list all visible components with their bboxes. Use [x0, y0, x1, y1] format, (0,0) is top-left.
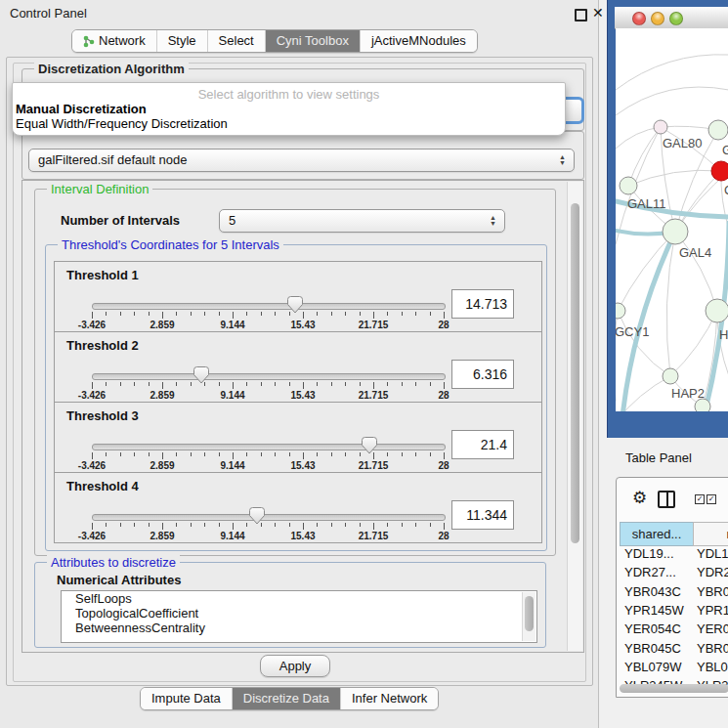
tab-infer-network[interactable]: Infer Network [340, 688, 438, 709]
network-window-titlebar[interactable] [615, 7, 728, 29]
threshold-slider-track[interactable] [92, 303, 446, 310]
num-intervals-value: 5 [229, 213, 236, 228]
network-edge[interactable] [616, 127, 661, 149]
table-cell[interactable]: YBL079W [624, 660, 682, 674]
tick-label: 28 [438, 320, 449, 330]
table-cell[interactable]: YDR2 [697, 565, 728, 579]
settings-scrollbar-thumb[interactable] [571, 203, 579, 543]
tab-label: jActiveMNodules [371, 30, 466, 52]
tab-discretize-data[interactable]: Discretize Data [232, 688, 340, 709]
column-header-name[interactable]: n [693, 522, 728, 546]
threshold-slider-track[interactable] [92, 514, 446, 521]
settings-vertical-scrollbar[interactable] [567, 182, 582, 651]
network-icon [83, 35, 95, 48]
threshold-value-field[interactable]: 14.713 [451, 289, 514, 319]
tab-impute-data[interactable]: Impute Data [141, 688, 232, 709]
algorithm-popup-item[interactable]: Manual Discretization [16, 102, 147, 116]
tab-style[interactable]: Style [156, 30, 207, 52]
split-columns-icon[interactable] [658, 491, 675, 508]
table-cell[interactable]: YBR0 [697, 584, 728, 599]
threshold-label: Threshold 1 [66, 268, 139, 282]
tab-label: Style [168, 30, 196, 52]
table-cell[interactable]: YPR1 [697, 603, 728, 618]
threshold-slider-thumb[interactable] [287, 296, 303, 314]
tick-mark [360, 312, 361, 316]
tick-mark [430, 523, 431, 527]
table-cell[interactable]: YIL052C [624, 697, 674, 698]
attributes-listbox[interactable]: SelfLoopsTopologicalCoefficientBetweenne… [61, 590, 537, 643]
float-window-icon[interactable] [575, 9, 587, 21]
tick-label: 2.859 [150, 531, 174, 541]
tab-select[interactable]: Select [207, 30, 265, 52]
num-intervals-combobox[interactable]: 5 ▲▼ [219, 209, 505, 233]
table-horizontal-scrollbar[interactable] [620, 684, 728, 693]
threshold-slider-track[interactable] [92, 373, 446, 380]
tick-mark [275, 523, 276, 527]
tick-mark [402, 523, 403, 527]
table-cell[interactable]: YDL19... [624, 546, 674, 561]
threshold-value-field[interactable]: 11.344 [451, 500, 514, 530]
table-data-combobox[interactable]: galFiltered.sif default node ▲▼ [28, 149, 575, 172]
tick-mark [219, 312, 220, 316]
attributes-list-scrollbar[interactable] [522, 592, 535, 641]
table-cell[interactable]: YER0 [697, 621, 728, 636]
column-header-shared[interactable]: shared... [620, 522, 694, 546]
network-canvas[interactable]: GAL80GACGAL11GAL4GCY1HHAP2 [616, 28, 728, 411]
zoom-traffic-light[interactable] [669, 12, 683, 25]
network-node-ga[interactable] [708, 120, 728, 140]
threshold-slider-thumb[interactable] [193, 366, 209, 384]
network-node-hap2[interactable] [663, 368, 678, 384]
slider-tick-labels: -3.4262.8599.14415.4321.71528 [92, 460, 444, 470]
table-cell[interactable]: YER054C [624, 621, 681, 636]
table-cell[interactable]: YBL0 [697, 660, 728, 674]
tick-mark [387, 452, 388, 456]
attribute-list-item[interactable]: TopologicalCoefficient [62, 606, 536, 621]
network-node-gal11[interactable] [620, 177, 637, 194]
table-cell[interactable]: YBR0 [697, 641, 728, 656]
network-edge[interactable] [616, 55, 728, 90]
network-edge[interactable] [675, 232, 717, 311]
threshold-slider-thumb[interactable] [362, 437, 377, 454]
attributes-list-scrollbar-thumb[interactable] [525, 596, 534, 631]
gear-icon[interactable]: ⚙ [632, 488, 647, 508]
tick-mark [120, 312, 121, 316]
network-node-c[interactable] [711, 161, 728, 181]
tab-jactivemnodules[interactable]: jActiveMNodules [360, 30, 477, 52]
table-cell[interactable]: YDR27... [624, 565, 676, 579]
tick-mark [303, 452, 304, 459]
apply-button[interactable]: Apply [260, 655, 330, 677]
network-edge[interactable] [628, 170, 721, 186]
tick-mark [92, 312, 93, 319]
network-node-gal80[interactable] [654, 120, 667, 134]
table-cell[interactable]: YBR045C [624, 641, 681, 656]
network-node-h[interactable] [706, 299, 728, 322]
minimize-traffic-light[interactable] [651, 12, 664, 25]
threshold-value-field[interactable]: 6.316 [451, 360, 514, 389]
close-icon[interactable]: ✕ [592, 5, 604, 21]
attribute-list-item[interactable]: SelfLoops [62, 591, 536, 606]
close-traffic-light[interactable] [632, 12, 646, 25]
table-cell[interactable]: YBR043C [624, 584, 681, 599]
table-cell[interactable]: YPR145W [624, 603, 684, 618]
network-node-gcy1[interactable] [616, 303, 625, 319]
table-cell[interactable]: YDL1 [697, 546, 728, 561]
tab-network[interactable]: Network [72, 30, 156, 52]
tick-mark [345, 452, 346, 456]
tab-cyni-toolbox[interactable]: Cyni Toolbox [265, 30, 360, 52]
table-cell[interactable]: YIL0 [697, 697, 723, 698]
attribute-list-item[interactable]: BetweennessCentrality [62, 621, 536, 635]
tick-mark [134, 382, 135, 386]
algorithm-popup-item[interactable]: Equal Width/Frequency Discretization [16, 116, 228, 131]
threshold-value-field[interactable]: 21.4 [451, 430, 514, 459]
tick-mark [219, 523, 220, 527]
network-node-gal4[interactable] [663, 219, 688, 244]
checkbox-icon[interactable]: ✓ [695, 494, 705, 504]
tick-mark [402, 382, 403, 386]
threshold-slider-track[interactable] [92, 444, 446, 450]
control-panel-title: Control Panel [10, 6, 87, 21]
network-edge[interactable] [616, 87, 728, 115]
checkbox-icon[interactable]: ✓ [707, 494, 716, 504]
tab-label: Network [99, 30, 146, 52]
slider-tick-labels: -3.4262.8599.14415.4321.71528 [92, 531, 444, 540]
threshold-slider-thumb[interactable] [249, 507, 265, 525]
